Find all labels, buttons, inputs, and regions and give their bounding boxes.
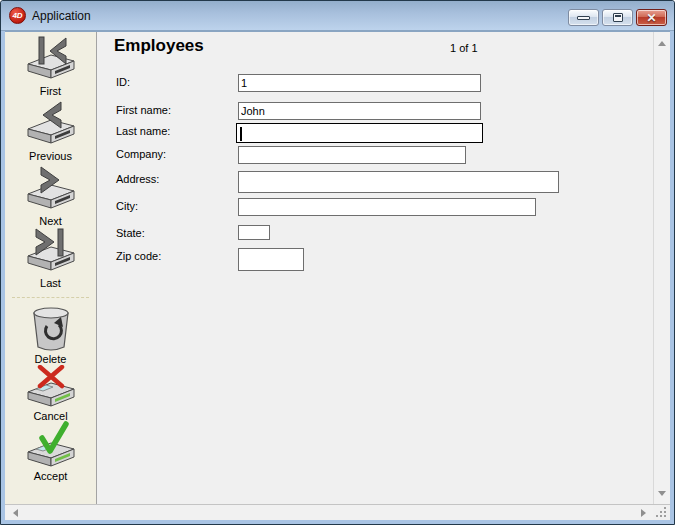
last-record-button[interactable]: Last <box>5 226 96 289</box>
vertical-scrollbar[interactable] <box>653 32 670 504</box>
close-button[interactable]: ✕ <box>636 9 667 26</box>
first-name-label: First name: <box>116 104 171 116</box>
next-record-icon <box>25 164 77 214</box>
cancel-icon <box>25 365 77 409</box>
text-caret <box>240 127 242 141</box>
previous-record-icon <box>25 99 77 149</box>
last-name-input[interactable] <box>236 123 483 143</box>
zip-code-label: Zip code: <box>116 250 161 262</box>
last-record-icon <box>25 226 77 276</box>
accept-icon <box>25 421 77 469</box>
employees-form: Employees 1 of 1 ID: First name: Last na… <box>98 32 653 504</box>
up-arrow-icon <box>658 41 666 46</box>
first-record-icon <box>25 34 77 84</box>
previous-record-button[interactable]: Previous <box>5 99 96 162</box>
resize-grip-icon <box>664 515 666 517</box>
down-arrow-icon <box>658 491 666 496</box>
4d-logo-icon: 4D <box>9 7 26 24</box>
id-input[interactable] <box>238 74 481 92</box>
right-arrow-icon <box>641 509 646 517</box>
company-label: Company: <box>116 148 166 160</box>
record-counter: 1 of 1 <box>450 42 478 54</box>
scroll-down-arrow[interactable] <box>654 485 670 501</box>
last-name-label: Last name: <box>116 125 170 137</box>
id-label: ID: <box>116 76 130 88</box>
4d-logo-text: 4D <box>12 11 22 20</box>
next-record-button[interactable]: Next <box>5 164 96 227</box>
first-record-label: First <box>5 85 96 97</box>
scroll-left-arrow[interactable] <box>7 505 23 520</box>
first-name-input[interactable] <box>238 102 481 120</box>
record-nav-sidebar: First Previous <box>5 32 97 504</box>
city-input[interactable] <box>238 198 536 216</box>
last-record-label: Last <box>5 277 96 289</box>
city-label: City: <box>116 200 138 212</box>
application-window: 4D Application ✕ <box>0 0 675 525</box>
minimize-button[interactable] <box>568 9 599 26</box>
company-input[interactable] <box>238 146 466 164</box>
delete-record-icon <box>28 304 74 352</box>
maximize-icon <box>613 13 623 22</box>
window-controls: ✕ <box>568 9 667 26</box>
previous-record-label: Previous <box>5 150 96 162</box>
accept-button[interactable]: Accept <box>5 421 96 482</box>
minimize-icon <box>577 16 590 20</box>
form-title: Employees <box>114 36 204 56</box>
scroll-up-arrow[interactable] <box>654 35 670 51</box>
accept-label: Accept <box>5 470 96 482</box>
state-label: State: <box>116 227 145 239</box>
cancel-button[interactable]: Cancel <box>5 365 96 422</box>
address-input[interactable] <box>238 171 559 193</box>
delete-record-label: Delete <box>5 353 96 365</box>
first-record-button[interactable]: First <box>5 34 96 97</box>
address-label: Address: <box>116 173 159 185</box>
state-input[interactable] <box>238 225 270 240</box>
client-area: First Previous <box>5 31 670 520</box>
close-icon: ✕ <box>646 12 656 24</box>
zip-code-input[interactable] <box>238 248 304 271</box>
horizontal-scrollbar[interactable] <box>5 504 653 520</box>
sidebar-separator <box>12 297 89 298</box>
window-title: Application <box>32 9 91 23</box>
left-arrow-icon <box>13 509 18 517</box>
scroll-right-arrow[interactable] <box>635 505 651 520</box>
delete-record-button[interactable]: Delete <box>5 304 96 365</box>
title-bar[interactable]: 4D Application ✕ <box>1 1 674 31</box>
resize-grip[interactable] <box>653 504 670 520</box>
maximize-button[interactable] <box>602 9 633 26</box>
